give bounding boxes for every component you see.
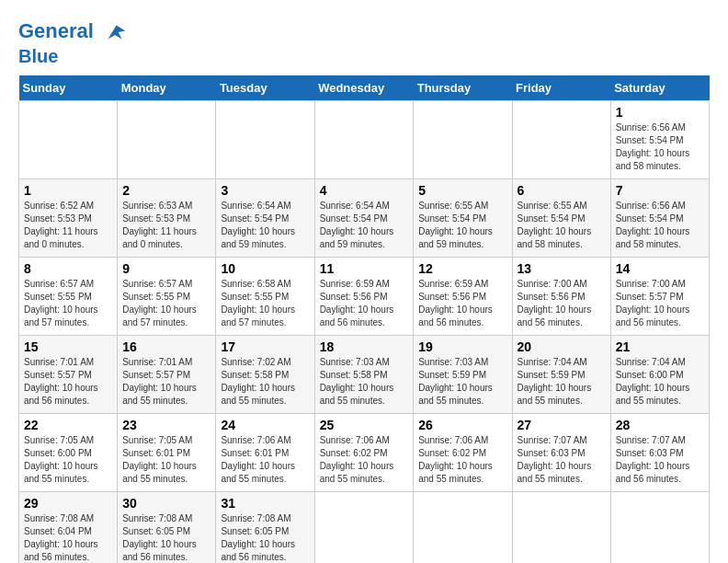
col-header-tuesday: Tuesday <box>216 75 314 101</box>
col-header-saturday: Saturday <box>610 75 709 101</box>
col-header-sunday: Sunday <box>19 75 118 101</box>
day-info: Sunrise: 6:57 AMSunset: 5:55 PMDaylight:… <box>24 278 112 329</box>
day-info: Sunrise: 6:56 AMSunset: 5:54 PMDaylight:… <box>616 121 704 173</box>
day-number: 25 <box>320 418 409 432</box>
day-number: 14 <box>616 261 704 276</box>
calendar-cell <box>314 492 414 564</box>
calendar-cell: 6Sunrise: 6:55 AMSunset: 5:54 PMDaylight… <box>512 179 610 258</box>
day-number: 27 <box>518 418 606 432</box>
calendar-cell: 15Sunrise: 7:01 AMSunset: 5:57 PMDayligh… <box>19 336 118 414</box>
day-info: Sunrise: 6:53 AMSunset: 5:53 PMDaylight:… <box>122 200 210 251</box>
day-info: Sunrise: 6:56 AMSunset: 5:54 PMDaylight:… <box>616 200 704 251</box>
day-info: Sunrise: 6:58 AMSunset: 5:55 PMDaylight:… <box>221 278 309 329</box>
day-info: Sunrise: 7:06 AMSunset: 6:02 PMDaylight:… <box>418 434 506 486</box>
day-number: 22 <box>24 418 112 432</box>
calendar-cell <box>414 101 512 179</box>
calendar-cell: 1Sunrise: 6:52 AMSunset: 5:53 PMDaylight… <box>19 179 118 258</box>
day-info: Sunrise: 7:04 AMSunset: 6:00 PMDaylight:… <box>616 356 704 408</box>
calendar-cell: 12Sunrise: 6:59 AMSunset: 5:56 PMDayligh… <box>414 258 512 336</box>
day-number: 2 <box>122 183 210 198</box>
logo: General Blue <box>18 18 129 66</box>
day-number: 30 <box>122 496 210 511</box>
day-info: Sunrise: 6:55 AMSunset: 5:54 PMDaylight:… <box>518 200 606 251</box>
day-info: Sunrise: 7:08 AMSunset: 6:05 PMDaylight:… <box>122 512 210 563</box>
day-number: 7 <box>616 183 704 198</box>
calendar-cell: 1Sunrise: 6:56 AMSunset: 5:54 PMDaylight… <box>610 101 709 179</box>
day-number: 20 <box>518 339 606 354</box>
calendar-cell <box>216 101 314 179</box>
day-number: 18 <box>320 339 409 354</box>
calendar-cell <box>414 492 512 564</box>
col-header-friday: Friday <box>512 75 610 101</box>
day-number: 10 <box>221 261 309 276</box>
day-info: Sunrise: 7:04 AMSunset: 5:59 PMDaylight:… <box>518 356 606 408</box>
day-info: Sunrise: 7:02 AMSunset: 5:58 PMDaylight:… <box>221 356 309 408</box>
day-number: 19 <box>418 339 506 354</box>
svg-marker-0 <box>108 26 126 40</box>
calendar-week-5: 29Sunrise: 7:08 AMSunset: 6:04 PMDayligh… <box>19 492 710 564</box>
day-number: 1 <box>616 105 704 120</box>
day-number: 31 <box>221 496 309 511</box>
calendar-cell <box>314 101 414 179</box>
day-info: Sunrise: 7:01 AMSunset: 5:57 PMDaylight:… <box>24 356 112 408</box>
day-info: Sunrise: 7:01 AMSunset: 5:57 PMDaylight:… <box>122 356 210 408</box>
calendar-cell <box>118 101 216 179</box>
day-info: Sunrise: 7:03 AMSunset: 5:59 PMDaylight:… <box>418 356 506 408</box>
day-info: Sunrise: 7:08 AMSunset: 6:04 PMDaylight:… <box>24 512 112 563</box>
day-number: 11 <box>320 261 409 276</box>
day-info: Sunrise: 7:05 AMSunset: 6:01 PMDaylight:… <box>122 434 210 486</box>
day-number: 16 <box>122 339 210 354</box>
day-number: 24 <box>221 418 309 432</box>
day-number: 29 <box>24 496 112 511</box>
calendar-cell: 17Sunrise: 7:02 AMSunset: 5:58 PMDayligh… <box>216 336 314 414</box>
day-info: Sunrise: 7:07 AMSunset: 6:03 PMDaylight:… <box>518 434 606 486</box>
logo-blue: Blue <box>18 46 129 66</box>
day-info: Sunrise: 7:03 AMSunset: 5:58 PMDaylight:… <box>320 356 409 408</box>
calendar-cell: 16Sunrise: 7:01 AMSunset: 5:57 PMDayligh… <box>118 336 216 414</box>
calendar-cell: 26Sunrise: 7:06 AMSunset: 6:02 PMDayligh… <box>414 414 512 492</box>
calendar-cell: 4Sunrise: 6:54 AMSunset: 5:54 PMDaylight… <box>314 179 414 258</box>
calendar-cell: 23Sunrise: 7:05 AMSunset: 6:01 PMDayligh… <box>118 414 216 492</box>
calendar-cell: 29Sunrise: 7:08 AMSunset: 6:04 PMDayligh… <box>19 492 118 564</box>
calendar-cell: 25Sunrise: 7:06 AMSunset: 6:02 PMDayligh… <box>314 414 414 492</box>
calendar-cell: 21Sunrise: 7:04 AMSunset: 6:00 PMDayligh… <box>610 336 709 414</box>
day-info: Sunrise: 7:00 AMSunset: 5:57 PMDaylight:… <box>616 278 704 329</box>
calendar-cell: 30Sunrise: 7:08 AMSunset: 6:05 PMDayligh… <box>118 492 216 564</box>
calendar-cell: 3Sunrise: 6:54 AMSunset: 5:54 PMDaylight… <box>216 179 314 258</box>
calendar-cell: 20Sunrise: 7:04 AMSunset: 5:59 PMDayligh… <box>512 336 610 414</box>
calendar-cell: 18Sunrise: 7:03 AMSunset: 5:58 PMDayligh… <box>314 336 414 414</box>
calendar-cell: 7Sunrise: 6:56 AMSunset: 5:54 PMDaylight… <box>610 179 709 258</box>
day-number: 8 <box>24 261 112 276</box>
day-info: Sunrise: 6:52 AMSunset: 5:53 PMDaylight:… <box>24 200 112 251</box>
day-number: 26 <box>418 418 506 432</box>
calendar-cell: 11Sunrise: 6:59 AMSunset: 5:56 PMDayligh… <box>314 258 414 336</box>
calendar-cell: 9Sunrise: 6:57 AMSunset: 5:55 PMDaylight… <box>118 258 216 336</box>
calendar-cell: 28Sunrise: 7:07 AMSunset: 6:03 PMDayligh… <box>610 414 709 492</box>
col-header-monday: Monday <box>118 75 216 101</box>
col-header-wednesday: Wednesday <box>314 75 414 101</box>
day-number: 6 <box>518 183 606 198</box>
calendar-cell: 19Sunrise: 7:03 AMSunset: 5:59 PMDayligh… <box>414 336 512 414</box>
day-info: Sunrise: 6:59 AMSunset: 5:56 PMDaylight:… <box>418 278 506 329</box>
calendar-cell: 2Sunrise: 6:53 AMSunset: 5:53 PMDaylight… <box>118 179 216 258</box>
logo-text: General <box>18 18 129 46</box>
calendar-week-2: 8Sunrise: 6:57 AMSunset: 5:55 PMDaylight… <box>19 258 710 336</box>
day-info: Sunrise: 7:00 AMSunset: 5:56 PMDaylight:… <box>518 278 606 329</box>
day-info: Sunrise: 6:57 AMSunset: 5:55 PMDaylight:… <box>122 278 210 329</box>
calendar-cell: 14Sunrise: 7:00 AMSunset: 5:57 PMDayligh… <box>610 258 709 336</box>
day-number: 3 <box>221 183 309 198</box>
day-info: Sunrise: 6:54 AMSunset: 5:54 PMDaylight:… <box>221 200 309 251</box>
day-info: Sunrise: 7:06 AMSunset: 6:01 PMDaylight:… <box>221 434 309 486</box>
calendar-cell <box>19 101 118 179</box>
day-info: Sunrise: 7:05 AMSunset: 6:00 PMDaylight:… <box>24 434 112 486</box>
day-info: Sunrise: 7:07 AMSunset: 6:03 PMDaylight:… <box>616 434 704 486</box>
calendar-cell: 27Sunrise: 7:07 AMSunset: 6:03 PMDayligh… <box>512 414 610 492</box>
col-header-thursday: Thursday <box>414 75 512 101</box>
calendar-cell: 24Sunrise: 7:06 AMSunset: 6:01 PMDayligh… <box>216 414 314 492</box>
day-number: 15 <box>24 339 112 354</box>
calendar-cell: 13Sunrise: 7:00 AMSunset: 5:56 PMDayligh… <box>512 258 610 336</box>
day-info: Sunrise: 6:59 AMSunset: 5:56 PMDaylight:… <box>320 278 409 329</box>
calendar-cell: 5Sunrise: 6:55 AMSunset: 5:54 PMDaylight… <box>414 179 512 258</box>
calendar-cell: 22Sunrise: 7:05 AMSunset: 6:00 PMDayligh… <box>19 414 118 492</box>
calendar-cell <box>512 492 610 564</box>
